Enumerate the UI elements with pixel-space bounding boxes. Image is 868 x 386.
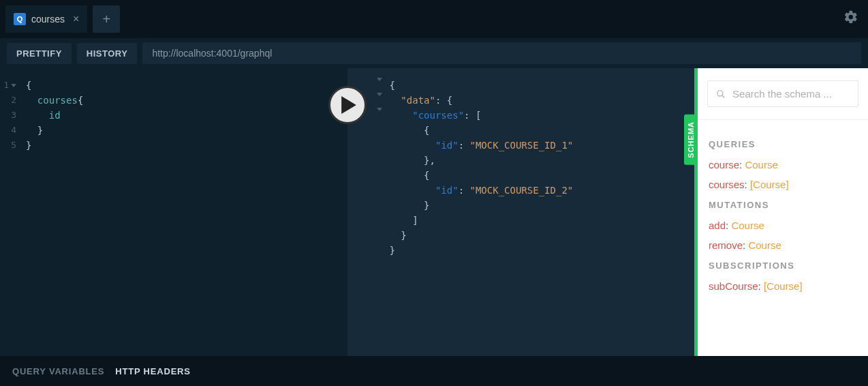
query-variables-tab[interactable]: QUERY VARIABLES bbox=[12, 366, 104, 376]
tab-name: courses bbox=[31, 14, 65, 25]
settings-icon[interactable] bbox=[843, 10, 858, 27]
queries-heading: QUERIES bbox=[709, 139, 857, 149]
schema-item-subcourse[interactable]: subCourse: [Course] bbox=[709, 280, 857, 292]
schema-panel: QUERIES course: Course courses: [Course]… bbox=[698, 68, 868, 356]
main-area: 1 2 3 4 5 { courses{ id } } { "data": { … bbox=[0, 68, 868, 356]
add-tab-button[interactable]: + bbox=[93, 5, 120, 33]
schema-item-course[interactable]: course: Course bbox=[709, 159, 857, 170]
query-editor[interactable]: 1 2 3 4 5 { courses{ id } } bbox=[0, 68, 347, 356]
schema-search-area bbox=[698, 68, 868, 120]
line-gutter: 1 2 3 4 5 bbox=[0, 68, 20, 356]
schema-body: QUERIES course: Course courses: [Course]… bbox=[698, 120, 868, 310]
schema-search-box[interactable] bbox=[707, 80, 858, 107]
svg-line-1 bbox=[722, 95, 725, 98]
schema-item-remove[interactable]: remove: Course bbox=[709, 239, 857, 251]
search-icon bbox=[716, 89, 726, 100]
editor-pane: 1 2 3 4 5 { courses{ id } } { "data": { … bbox=[0, 68, 698, 356]
schema-search-input[interactable] bbox=[732, 88, 850, 100]
http-headers-tab[interactable]: HTTP HEADERS bbox=[115, 366, 190, 376]
result-viewer: { "data": { "courses": [ { "id": "MOCK_C… bbox=[347, 68, 695, 356]
close-icon[interactable]: × bbox=[73, 13, 79, 25]
tab-courses[interactable]: Q courses × bbox=[5, 5, 87, 33]
prettify-button[interactable]: PRETTIFY bbox=[7, 43, 72, 64]
bottom-bar: QUERY VARIABLES HTTP HEADERS bbox=[0, 356, 868, 386]
mutations-heading: MUTATIONS bbox=[709, 200, 857, 210]
history-button[interactable]: HISTORY bbox=[77, 43, 138, 64]
svg-point-0 bbox=[717, 90, 723, 95]
result-fold-gutter bbox=[375, 68, 384, 356]
query-icon: Q bbox=[14, 13, 26, 25]
query-code[interactable]: { courses{ id } } bbox=[20, 68, 89, 356]
tab-bar: Q courses × + bbox=[0, 0, 868, 38]
play-button[interactable] bbox=[328, 86, 367, 124]
result-code: { "data": { "courses": [ { "id": "MOCK_C… bbox=[384, 68, 579, 356]
subscriptions-heading: SUBSCRIPTIONS bbox=[709, 261, 857, 271]
endpoint-input[interactable] bbox=[142, 42, 861, 64]
schema-item-courses[interactable]: courses: [Course] bbox=[709, 179, 857, 190]
toolbar: PRETTIFY HISTORY bbox=[0, 38, 868, 68]
schema-tab-toggle[interactable]: SCHEMA bbox=[684, 115, 698, 165]
schema-item-add[interactable]: add: Course bbox=[709, 220, 857, 231]
